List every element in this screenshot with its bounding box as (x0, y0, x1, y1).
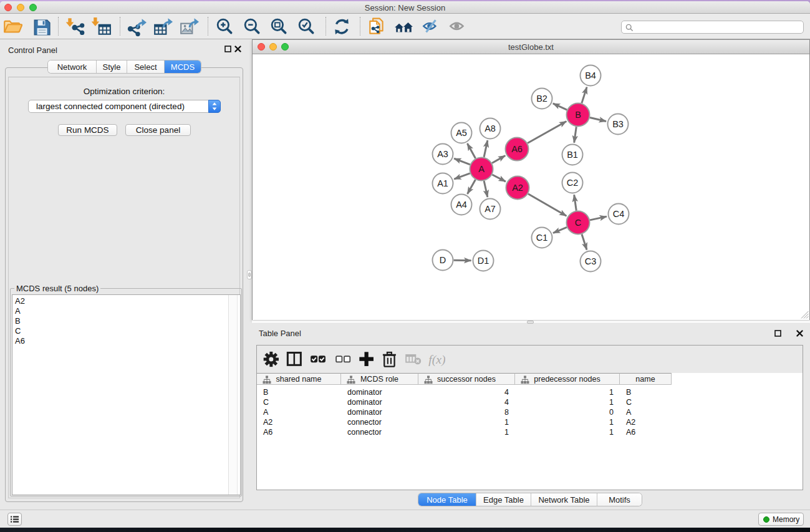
graph-edge-A6-B[interactable] (528, 122, 566, 143)
tab-node-table[interactable]: Node Table (418, 493, 476, 506)
clone-network-icon[interactable] (367, 17, 387, 37)
result-list-item[interactable]: B (12, 316, 240, 326)
zoom-selected-icon[interactable] (296, 17, 316, 37)
graph-node-D[interactable]: D (433, 250, 453, 271)
column-header-name[interactable]: name (620, 373, 672, 385)
search-field[interactable] (621, 21, 804, 34)
result-list-scrollbar[interactable] (228, 295, 238, 495)
graph-node-A7[interactable]: A7 (480, 199, 501, 220)
search-input[interactable] (635, 22, 800, 32)
table-row[interactable]: Cdominator41C (257, 397, 803, 407)
result-list-item[interactable]: A6 (12, 336, 240, 346)
tab-style[interactable]: Style (97, 60, 127, 73)
network-overview-icon[interactable] (393, 17, 413, 37)
select-all-icon[interactable] (310, 351, 327, 368)
close-table-panel-icon[interactable] (796, 330, 803, 337)
horizontal-split-handle[interactable] (527, 321, 534, 324)
graph-edge-C-C1[interactable] (553, 227, 567, 233)
graph-edge-A-A7[interactable] (484, 181, 488, 197)
import-network-from-file-icon[interactable] (65, 17, 85, 37)
graph-node-D1[interactable]: D1 (473, 251, 494, 271)
run-mcds-button[interactable]: Run MCDS (58, 124, 117, 136)
zoom-in-icon[interactable] (215, 17, 234, 37)
graph-node-A[interactable]: A (470, 158, 493, 181)
column-header-predecessor-nodes[interactable]: predecessor nodes (515, 373, 620, 385)
network-canvas[interactable]: B4B2BB3B1A8A5A3A6AA1A4A7A2C2C4CC1C3DD1 (253, 55, 809, 320)
import-table-from-file-icon[interactable] (92, 17, 112, 37)
close-panel-icon[interactable] (234, 46, 241, 52)
tab-network-table[interactable]: Network Table (531, 493, 597, 506)
graph-node-A6[interactable]: A6 (506, 138, 529, 161)
export-network-icon[interactable] (127, 17, 147, 37)
table-mode-icon[interactable] (263, 351, 281, 368)
new-column-icon[interactable] (358, 351, 375, 368)
graph-node-C1[interactable]: C1 (532, 228, 552, 248)
tab-select[interactable]: Select (127, 60, 165, 73)
zoom-fit-content-icon[interactable] (269, 17, 289, 37)
graph-node-A2[interactable]: A2 (506, 177, 529, 200)
show-panel-icon[interactable] (448, 17, 468, 37)
graph-node-B2[interactable]: B2 (532, 89, 552, 109)
float-table-panel-icon[interactable] (774, 330, 781, 337)
show-panels-list-button[interactable] (7, 513, 22, 526)
result-list-item[interactable]: A2 (12, 296, 240, 306)
graph-node-C4[interactable]: C4 (609, 204, 629, 225)
criterion-dropdown[interactable]: largest connected component (directed) (28, 100, 221, 113)
graph-node-A3[interactable]: A3 (433, 144, 453, 165)
export-table-icon[interactable] (153, 17, 173, 37)
memory-button[interactable]: Memory (758, 513, 804, 526)
graph-edge-A-A8[interactable] (484, 140, 488, 157)
graph-edge-A-A4[interactable] (468, 180, 476, 194)
tab-motifs[interactable]: Motifs (597, 493, 642, 506)
column-header-shared-name[interactable]: shared name (257, 373, 341, 385)
graph-edge-A-A5[interactable] (467, 143, 475, 158)
float-panel-icon[interactable] (224, 46, 231, 52)
window-resize-grip[interactable] (801, 311, 809, 319)
delete-columns-icon[interactable] (381, 351, 398, 368)
result-list-item[interactable]: C (12, 326, 240, 336)
graph-node-B3[interactable]: B3 (608, 114, 629, 135)
table-row[interactable]: Bdominator41B (257, 387, 803, 397)
graph-node-A4[interactable]: A4 (451, 195, 472, 215)
open-session-icon[interactable] (2, 17, 22, 37)
graph-edge-C-C3[interactable] (582, 235, 587, 250)
table-row[interactable]: A2connector11A2 (257, 417, 803, 427)
zoom-out-icon[interactable] (242, 17, 262, 37)
graph-edge-B-B1[interactable] (574, 127, 577, 142)
graph-node-A5[interactable]: A5 (451, 123, 472, 143)
save-session-icon[interactable] (31, 17, 51, 37)
refresh-view-icon[interactable] (332, 17, 352, 37)
graph-node-A1[interactable]: A1 (433, 173, 453, 194)
graph-node-B1[interactable]: B1 (562, 145, 583, 165)
hide-panels-icon[interactable] (421, 17, 441, 37)
export-image-icon[interactable] (179, 17, 199, 37)
graph-edge-B-B2[interactable] (553, 104, 567, 110)
graph-edge-A-A1[interactable] (454, 173, 470, 179)
tab-network[interactable]: Network (48, 60, 97, 73)
table-row[interactable]: Adominator80A (257, 407, 803, 417)
graph-edge-B-B4[interactable] (582, 87, 587, 104)
table-row[interactable]: A6connector11A6 (257, 427, 803, 437)
graph-edge-C-C4[interactable] (590, 216, 607, 220)
tab-edge-table[interactable]: Edge Table (476, 493, 531, 506)
vertical-split-handle[interactable] (247, 270, 252, 279)
graph-edge-A-A2[interactable] (492, 175, 506, 181)
graph-node-C3[interactable]: C3 (581, 251, 601, 272)
graph-edge-A-A6[interactable] (492, 156, 505, 163)
graph-node-B4[interactable]: B4 (581, 65, 601, 86)
result-list-item[interactable]: A (12, 306, 240, 316)
close-panel-button[interactable]: Close panel (125, 124, 191, 136)
graph-node-B[interactable]: B (567, 104, 590, 127)
mcds-result-list[interactable]: A2ABCA6 (12, 294, 241, 495)
graph-edge-B-B3[interactable] (590, 117, 606, 121)
column-header-successor-nodes[interactable]: successor nodes (418, 373, 515, 385)
graph-edge-A-A3[interactable] (454, 158, 470, 165)
graph-node-C2[interactable]: C2 (562, 173, 583, 193)
graph-node-A8[interactable]: A8 (480, 118, 501, 139)
graph-edge-C-C2[interactable] (574, 195, 577, 210)
graph-edge-A2-C[interactable] (528, 194, 566, 216)
column-header-MCDS-role[interactable]: MCDS role (341, 373, 418, 385)
deselect-all-icon[interactable] (335, 351, 352, 368)
graph-node-C[interactable]: C (567, 211, 590, 235)
show-columns-icon[interactable] (286, 351, 304, 368)
